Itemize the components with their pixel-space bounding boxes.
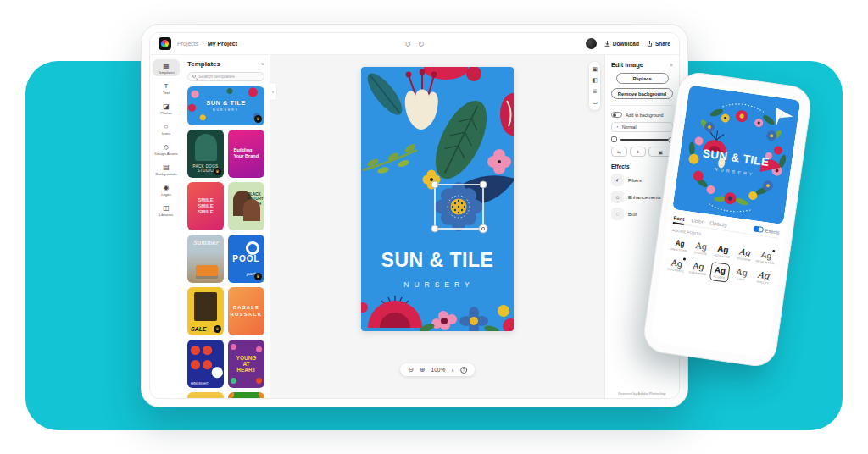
font-option[interactable]: Ag GARAMOND: [687, 258, 709, 280]
font-option[interactable]: Ag ROCKWELL: [665, 256, 687, 277]
poster-title: SUN & TILE: [381, 249, 494, 271]
premium-dot-icon: [683, 257, 686, 260]
template-thumb[interactable]: POOL party ♛: [228, 235, 264, 283]
font-name: BICKHAM: [737, 257, 751, 262]
font-sample: Ag: [736, 267, 748, 278]
opacity-slider[interactable]: [620, 139, 673, 141]
template-thumb[interactable]: HINDSIGHT: [187, 340, 224, 388]
flip-horizontal-button[interactable]: ⇋: [611, 147, 627, 157]
flip-vertical-button[interactable]: ↕: [630, 147, 646, 157]
font-option[interactable]: Ag NEUE KABEL: [755, 247, 776, 267]
sidebar-item-backgrounds[interactable]: ▤ Backgrounds: [153, 161, 180, 178]
template-thumb[interactable]: SMILE SMILE SMILE: [187, 182, 224, 230]
zoom-out-icon[interactable]: ⊖: [408, 366, 414, 374]
font-option[interactable]: Ag CASLON: [690, 239, 711, 258]
sidebar-item-templates[interactable]: ▦ Templates: [153, 59, 180, 76]
font-sample: Ag: [738, 246, 751, 257]
add-to-background-toggle[interactable]: [611, 112, 622, 118]
filters-label: Filters: [628, 178, 642, 183]
template-label: BLACK HISTORY MONTH: [247, 192, 262, 207]
font-sample: Ag: [757, 270, 770, 281]
sidebar-item-label: Logos: [161, 192, 171, 197]
template-thumb[interactable]: PACK DOGS STUDIO ♛: [187, 130, 224, 178]
blend-icon: ◔: [615, 125, 619, 130]
template-thumb[interactable]: CASALE HOSSACK: [228, 287, 264, 335]
premium-crown-icon: ♛: [214, 325, 221, 333]
opacity-icon: [611, 136, 617, 142]
font-option[interactable]: Ag AZO SANS: [712, 241, 733, 261]
template-thumb[interactable]: YOUNG AT HEART: [228, 340, 264, 388]
share-icon: [647, 41, 653, 47]
chevron-up-icon[interactable]: ∧: [451, 368, 454, 373]
top-bar: Projects › My Project ↺ ↻ Download: [150, 33, 679, 55]
tab-font[interactable]: Font: [673, 215, 685, 222]
font-option[interactable]: Ag ABOLITION: [669, 235, 690, 255]
template-label: Summer: [187, 240, 224, 246]
sidebar-item-text[interactable]: T Text: [153, 80, 180, 97]
tab-effects[interactable]: Effects: [754, 225, 780, 235]
avatar[interactable]: [586, 38, 597, 49]
replace-button[interactable]: Replace: [616, 73, 669, 84]
sidebar-item-icons[interactable]: ○ Icons: [153, 120, 180, 137]
font-name: ABOLITION: [670, 247, 687, 253]
font-option-selected[interactable]: Ag ACUMIN: [709, 262, 731, 283]
trash-icon[interactable]: ▭: [592, 99, 598, 106]
template-thumb[interactable]: SALE ♛: [187, 287, 224, 335]
font-option[interactable]: Ag SHELBY: [752, 268, 774, 289]
template-thumb[interactable]: Building Your Brand: [228, 130, 264, 178]
panel-collapse-handle[interactable]: ›: [270, 82, 277, 101]
effects-section-title: Effects: [611, 163, 673, 169]
redo-icon[interactable]: ↻: [418, 40, 425, 48]
design-poster[interactable]: SUN & TILE NURSERY: [361, 67, 514, 331]
sidebar-item-libraries[interactable]: ◫ Libraries: [153, 202, 180, 219]
template-thumb[interactable]: BIG EVENT: [187, 392, 224, 398]
canvas-area[interactable]: ›: [270, 55, 604, 398]
font-option[interactable]: Ag LUST: [731, 264, 753, 285]
templates-panel-title: Templates: [187, 60, 220, 68]
close-icon[interactable]: ×: [261, 61, 264, 67]
libraries-icon: ◫: [163, 204, 170, 212]
sidebar-item-label: Templates: [158, 70, 175, 75]
font-name: LUST: [737, 277, 745, 281]
template-thumb-sun-tile[interactable]: SUN & TILE NURSERY ♛: [187, 86, 264, 125]
phone-poster[interactable]: SUN & TILE NURSERY: [672, 85, 800, 224]
zoom-in-icon[interactable]: ⊕: [420, 366, 426, 374]
left-icon-rail: ▦ Templates T Text ◪ Photos ○ Icons: [150, 55, 182, 398]
help-icon[interactable]: ?: [460, 367, 467, 374]
media-icon[interactable]: ▣: [592, 66, 598, 73]
add-to-background-row: Add to background: [611, 112, 673, 118]
breadcrumb-projects[interactable]: Projects: [177, 41, 198, 47]
sidebar-item-photos[interactable]: ◪ Photos: [153, 100, 180, 117]
remove-background-button[interactable]: Remove background: [611, 88, 673, 99]
blend-mode-dropdown[interactable]: ◔ Normal: [611, 122, 673, 132]
sidebar-item-label: Text: [163, 91, 170, 95]
layers-icon[interactable]: ≣: [592, 88, 598, 95]
tab-opacity[interactable]: Opacity: [709, 220, 727, 228]
sidebar-item-label: Icons: [162, 131, 170, 136]
sidebar-item-logos[interactable]: ◉ Logos: [153, 181, 180, 198]
premium-crown-icon: ♛: [214, 168, 221, 175]
edit-panel-title: Edit image: [611, 61, 643, 69]
template-thumb[interactable]: JUICE MENU: [228, 392, 264, 398]
adobe-express-logo-icon[interactable]: [159, 37, 171, 50]
enhancements-icon: ☼: [611, 191, 624, 203]
opacity-row: [611, 136, 673, 142]
filters-icon: ◐: [611, 174, 624, 186]
template-thumb[interactable]: Summer: [187, 235, 224, 283]
close-icon[interactable]: ×: [670, 62, 673, 68]
template-label: Building Your Brand: [233, 147, 259, 159]
tab-color[interactable]: Color: [691, 218, 704, 224]
effects-toggle[interactable]: [754, 225, 765, 233]
undo-icon[interactable]: ↺: [404, 40, 411, 48]
font-option[interactable]: Ag BICKHAM: [734, 245, 755, 264]
zoom-level[interactable]: 100%: [431, 367, 446, 373]
sidebar-item-design-assets[interactable]: ◇ Design Assets: [153, 141, 180, 158]
blend-mode-value: Normal: [622, 125, 637, 130]
crop-icon: ▣: [659, 149, 664, 155]
fill-icon[interactable]: ◧: [592, 77, 598, 84]
icons-icon: ○: [164, 123, 169, 130]
share-button[interactable]: Share: [647, 41, 670, 47]
search-input[interactable]: Search templates: [187, 72, 264, 81]
template-thumb[interactable]: BLACK HISTORY MONTH: [228, 182, 264, 230]
download-button[interactable]: Download: [604, 41, 639, 47]
